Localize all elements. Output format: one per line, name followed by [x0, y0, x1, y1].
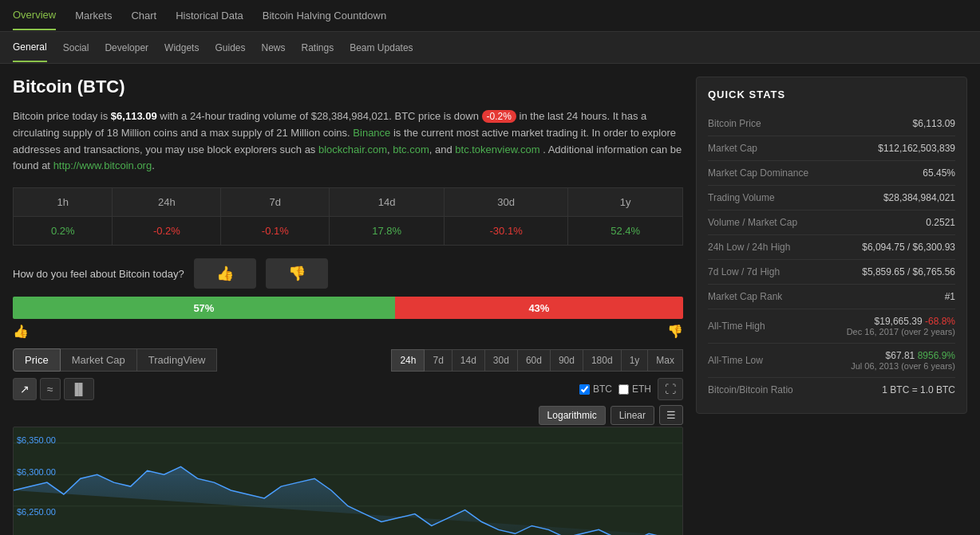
subnav-developer[interactable]: Developer [105, 34, 148, 61]
expand-chart-button[interactable]: ⛶ [658, 378, 683, 400]
time-24h[interactable]: 24h [391, 349, 425, 372]
stat-market-cap-rank: Market Cap Rank #1 [708, 285, 955, 309]
nav-overview[interactable]: Overview [13, 1, 56, 30]
subnav-widgets[interactable]: Widgets [164, 34, 199, 61]
btc-checkbox-label[interactable]: BTC [579, 384, 612, 395]
change-1h: 0.2% [14, 217, 113, 246]
chart-price-low: $6,250.00 [17, 507, 56, 517]
time-controls: 24h 7d 14d 30d 60d 90d 180d 1y Max [391, 349, 683, 372]
price-change-badge: -0.2% [482, 110, 516, 123]
stat-value-trading-volume: $28,384,984,021 [883, 192, 955, 203]
time-max[interactable]: Max [648, 349, 683, 372]
subnav-general[interactable]: General [13, 33, 47, 62]
time-7d[interactable]: 7d [425, 349, 452, 372]
stat-value-bitcoin-price: $6,113.09 [913, 118, 955, 129]
price-chart-svg [14, 427, 682, 535]
coin-description: Bitcoin price today is $6,113.09 with a … [13, 108, 683, 175]
stat-24h-range: 24h Low / 24h High $6,094.75 / $6,300.93 [708, 235, 955, 260]
stat-label-market-cap-rank: Market Cap Rank [708, 291, 782, 302]
chart-price-mid: $6,300.00 [17, 467, 56, 477]
explorer3-link[interactable]: btc.tokenview.com [455, 144, 539, 155]
nav-historical-data[interactable]: Historical Data [176, 2, 243, 30]
stat-label-bitcoin-price: Bitcoin Price [708, 118, 761, 129]
time-30d[interactable]: 30d [485, 349, 518, 372]
quick-stats: QUICK STATS Bitcoin Price $6,113.09 Mark… [696, 77, 967, 414]
time-1y[interactable]: 1y [622, 349, 649, 372]
time-90d[interactable]: 90d [551, 349, 583, 372]
btc-checkbox[interactable] [579, 384, 590, 395]
explorer2-link[interactable]: btc.com [393, 144, 429, 155]
change-7d: -0.1% [221, 217, 330, 246]
subnav-beam-updates[interactable]: Beam Updates [350, 34, 413, 61]
stat-value-market-cap-rank: #1 [945, 291, 955, 302]
linear-button[interactable]: Linear [611, 406, 654, 425]
sub-navigation: General Social Developer Widgets Guides … [0, 32, 980, 64]
price-change-table: 1h 24h 7d 14d 30d 1y 0.2% -0.2% -0.1% 17… [13, 187, 683, 246]
change-30d: -30.1% [445, 217, 568, 246]
tab-tradingview[interactable]: TradingView [137, 348, 218, 372]
quick-stats-panel: QUICK STATS Bitcoin Price $6,113.09 Mark… [696, 77, 967, 535]
eth-checkbox-label[interactable]: ETH [618, 384, 651, 395]
tab-price[interactable]: Price [13, 348, 61, 372]
candlestick-chart-icon[interactable]: ≈ [40, 378, 61, 400]
change-14d: 17.8% [330, 217, 445, 246]
tab-market-cap[interactable]: Market Cap [61, 348, 137, 372]
stat-value-bitcoin-ratio: 1 BTC = 1.0 BTC [882, 384, 955, 395]
subnav-news[interactable]: News [261, 34, 285, 61]
chart-menu-button[interactable]: ☰ [659, 405, 683, 425]
col-7d: 7d [221, 188, 330, 217]
logarithmic-button[interactable]: Logarithmic [539, 406, 606, 425]
col-1h: 1h [14, 188, 113, 217]
col-14d: 14d [330, 188, 445, 217]
stat-label-dominance: Market Cap Dominance [708, 167, 808, 179]
nav-halving-countdown[interactable]: Bitcoin Halving Countdown [263, 2, 386, 30]
stat-all-time-low: All-Time Low $67.81 8956.9% Jul 06, 2013… [708, 344, 955, 378]
time-14d[interactable]: 14d [452, 349, 485, 372]
chart-price-high: $6,350.00 [17, 435, 56, 445]
stat-label-24h-range: 24h Low / 24h High [708, 242, 790, 253]
stat-bitcoin-ratio: Bitcoin/Bitcoin Ratio 1 BTC = 1.0 BTC [708, 378, 955, 402]
top-navigation: Overview Markets Chart Historical Data B… [0, 0, 980, 32]
sentiment-question: How do you feel about Bitcoin today? [13, 268, 184, 280]
eth-label: ETH [632, 384, 651, 395]
stat-value-24h-range: $6,094.75 / $6,300.93 [862, 242, 955, 253]
stat-trading-volume: Trading Volume $28,384,984,021 [708, 186, 955, 210]
col-30d: 30d [445, 188, 568, 217]
time-60d[interactable]: 60d [518, 349, 551, 372]
subnav-social[interactable]: Social [63, 34, 89, 61]
thumbs-down-button[interactable]: 👎 [266, 258, 328, 289]
stat-value-all-time-low: $67.81 8956.9% Jul 06, 2013 (over 6 year… [851, 350, 955, 371]
stat-label-market-cap: Market Cap [708, 143, 757, 154]
chart-right-controls: BTC ETH ⛶ [579, 378, 683, 400]
bear-bar: 43% [395, 297, 683, 319]
stat-all-time-high: All-Time High $19,665.39 -68.8% Dec 16, … [708, 309, 955, 344]
stat-label-all-time-low: All-Time Low [708, 355, 763, 366]
sentiment-row: How do you feel about Bitcoin today? 👍 👎 [13, 258, 683, 289]
desc-prefix: Bitcoin price today is [13, 110, 108, 122]
bull-icon: 👍 [13, 324, 29, 339]
time-180d[interactable]: 180d [583, 349, 622, 372]
coin-price: $6,113.09 [111, 110, 157, 122]
subnav-ratings[interactable]: Ratings [302, 34, 334, 61]
col-24h: 24h [113, 188, 221, 217]
line-chart-icon[interactable]: ↗ [13, 378, 37, 400]
nav-chart[interactable]: Chart [131, 2, 156, 30]
chart-type-tabs: Price Market Cap TradingView 24h 7d 14d … [13, 348, 683, 372]
main-layout: Bitcoin (BTC) Bitcoin price today is $6,… [0, 64, 980, 535]
stat-label-7d-range: 7d Low / 7d High [708, 266, 780, 277]
sentiment-bar: 57% 43% [13, 297, 683, 319]
stat-value-dominance: 65.45% [923, 167, 955, 179]
bar-chart-icon[interactable]: ▐▌ [64, 378, 94, 400]
chart-icon-row: ↗ ≈ ▐▌ BTC ETH ⛶ [13, 378, 683, 400]
col-1y: 1y [568, 188, 683, 217]
explorer1-link[interactable]: blockchair.com [318, 144, 387, 155]
eth-checkbox[interactable] [618, 384, 629, 395]
desc-middle1: with a 24-hour trading volume of $28,384… [160, 110, 479, 122]
exchange-link[interactable]: Binance [353, 127, 390, 139]
nav-markets[interactable]: Markets [75, 2, 112, 30]
thumbs-up-button[interactable]: 👍 [194, 258, 256, 289]
website-link[interactable]: http://www.bitcoin.org [53, 159, 152, 171]
scale-row: Logarithmic Linear ☰ [13, 405, 683, 425]
subnav-guides[interactable]: Guides [215, 34, 245, 61]
stat-7d-range: 7d Low / 7d High $5,859.65 / $6,765.56 [708, 260, 955, 285]
